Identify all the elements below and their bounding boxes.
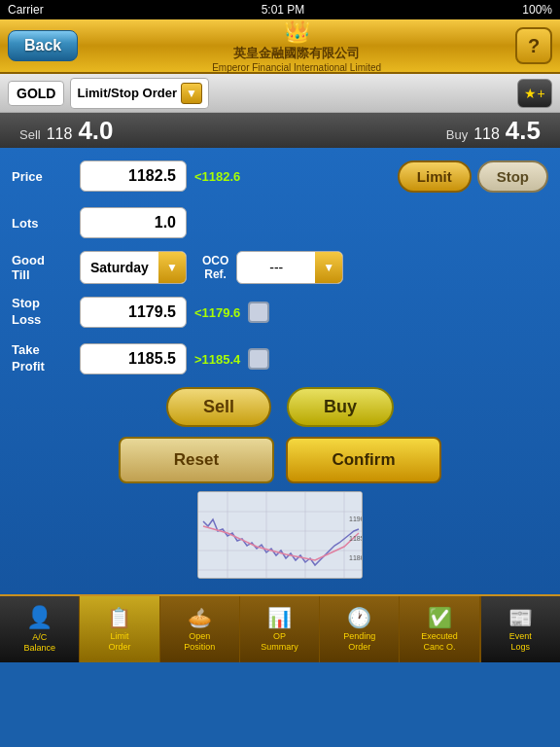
stop-loss-input[interactable]	[80, 297, 187, 328]
header-center: 👑 英皇金融國際有限公司 Emperor Financial Internati…	[212, 19, 381, 73]
open-position-icon: 🥧	[188, 606, 212, 629]
take-profit-label: TakeProfit	[12, 342, 80, 375]
battery: 100%	[522, 3, 552, 17]
nav-pending-order[interactable]: 🕐 PendingOrder	[320, 596, 400, 662]
bottom-nav: 👤 A/CBalance 📋 LimitOrder 🥧 OpenPosition…	[0, 594, 560, 662]
nav-limit-order[interactable]: 📋 LimitOrder	[80, 596, 159, 662]
price-bar: Sell 118 4.0 Buy 118 4.5	[0, 113, 560, 148]
price-hint: <1182.6	[194, 169, 240, 184]
watchlist-button[interactable]: ★+	[517, 79, 552, 108]
header: Back 👑 英皇金融國際有限公司 Emperor Financial Inte…	[0, 19, 560, 74]
good-till-label: GoodTill	[12, 253, 80, 282]
stop-loss-checkbox[interactable]	[248, 302, 269, 323]
nav-op-summary-label: OPSummary	[261, 631, 298, 653]
nav-op-summary[interactable]: 📊 OPSummary	[240, 596, 320, 662]
carrier-signal: Carrier	[8, 3, 44, 17]
take-profit-hint: >1185.4	[194, 352, 240, 367]
person-icon: 👤	[26, 605, 52, 630]
nav-executed-order[interactable]: ✅ ExecutedCanc O.	[400, 596, 479, 662]
limit-stop-buttons: Limit Stop	[398, 160, 548, 193]
price-label: Price	[12, 169, 80, 184]
main-form: Price <1182.6 Limit Stop Lots GoodTill S…	[0, 148, 560, 594]
nav-pending-order-label: PendingOrder	[343, 631, 375, 653]
time: 5:01 PM	[262, 3, 305, 17]
lots-input[interactable]	[80, 207, 187, 238]
star-icon: ★+	[524, 86, 544, 101]
nav-executed-order-label: ExecutedCanc O.	[421, 631, 458, 653]
take-profit-input[interactable]	[80, 343, 187, 374]
chart-svg: 1190 1185 1180	[198, 492, 362, 578]
help-button[interactable]: ?	[515, 27, 552, 64]
oco-dropdown-arrow[interactable]: ▼	[315, 252, 342, 283]
buy-label: Buy	[446, 127, 468, 142]
buy-number: 118	[473, 125, 500, 143]
nav-ac-balance[interactable]: 👤 A/CBalance	[0, 596, 80, 662]
control-buttons: Reset Confirm	[12, 437, 548, 483]
stop-loss-row: StopLoss <1179.6	[12, 294, 548, 331]
crown-icon: 👑	[284, 19, 310, 45]
take-profit-checkbox[interactable]	[248, 348, 269, 370]
take-profit-row: TakeProfit >1185.4	[12, 340, 548, 377]
good-till-value: Saturday	[81, 260, 158, 275]
event-logs-icon: 📰	[508, 606, 533, 629]
company-name-cn: 英皇金融國際有限公司	[233, 45, 360, 62]
back-button[interactable]: Back	[8, 30, 78, 61]
sell-price: 4.0	[78, 116, 113, 146]
nav-open-position[interactable]: 🥧 OpenPosition	[160, 596, 240, 662]
company-name-en: Emperor Financial International Limited	[212, 62, 381, 73]
stop-loss-label: StopLoss	[12, 296, 80, 329]
stop-button[interactable]: Stop	[477, 160, 548, 193]
sell-label: Sell	[19, 127, 41, 142]
order-type-label: Limit/Stop Order	[77, 86, 177, 100]
sell-button[interactable]: Sell	[166, 387, 271, 427]
chart-area: 1190 1185 1180	[197, 491, 363, 579]
nav-limit-order-label: LimitOrder	[108, 631, 130, 653]
limit-order-icon: 📋	[107, 606, 131, 629]
limit-button[interactable]: Limit	[398, 160, 472, 193]
oco-ref-value: ---	[237, 260, 315, 275]
order-type-selector[interactable]: Limit/Stop Order ▼	[70, 78, 209, 109]
nav-open-position-label: OpenPosition	[184, 631, 215, 653]
good-till-select[interactable]: Saturday ▼	[80, 251, 187, 284]
lots-label: Lots	[12, 216, 80, 231]
oco-ref-label: OCORef.	[202, 254, 228, 282]
sell-price-display: Sell 118 4.0	[19, 116, 114, 146]
svg-rect-0	[198, 492, 362, 578]
good-till-dropdown-arrow[interactable]: ▼	[158, 252, 186, 283]
svg-text:1180: 1180	[349, 554, 362, 561]
buy-price-display: Buy 118 4.5	[446, 116, 541, 146]
price-row: Price <1182.6 Limit Stop	[12, 158, 548, 195]
svg-text:1190: 1190	[349, 516, 362, 522]
sell-number: 118	[47, 125, 73, 143]
symbol-label: GOLD	[8, 81, 64, 106]
executed-order-icon: ✅	[428, 606, 452, 629]
chart-placeholder: 1190 1185 1180	[198, 492, 362, 578]
order-type-dropdown-arrow[interactable]: ▼	[181, 83, 202, 104]
nav-event-logs[interactable]: 📰 EventLogs	[480, 596, 560, 662]
oco-group: OCORef. --- ▼	[202, 251, 343, 284]
svg-text:1185: 1185	[349, 535, 362, 542]
status-bar: Carrier 5:01 PM 100%	[0, 0, 560, 19]
buy-price: 4.5	[506, 116, 541, 146]
nav-event-logs-label: EventLogs	[509, 631, 532, 653]
reset-button[interactable]: Reset	[119, 437, 274, 483]
nav-ac-balance-label: A/CBalance	[23, 632, 55, 654]
buy-button[interactable]: Buy	[287, 387, 394, 427]
toolbar: GOLD Limit/Stop Order ▼ ★+	[0, 74, 560, 113]
confirm-button[interactable]: Confirm	[286, 437, 441, 483]
lots-row: Lots	[12, 204, 548, 241]
good-till-row: GoodTill Saturday ▼ OCORef. --- ▼	[12, 251, 548, 284]
action-buttons: Sell Buy	[12, 387, 548, 427]
oco-ref-select[interactable]: --- ▼	[236, 251, 343, 284]
op-summary-icon: 📊	[267, 606, 292, 629]
stop-loss-hint: <1179.6	[194, 305, 240, 320]
pending-order-icon: 🕐	[347, 606, 371, 629]
price-input[interactable]	[80, 160, 187, 192]
